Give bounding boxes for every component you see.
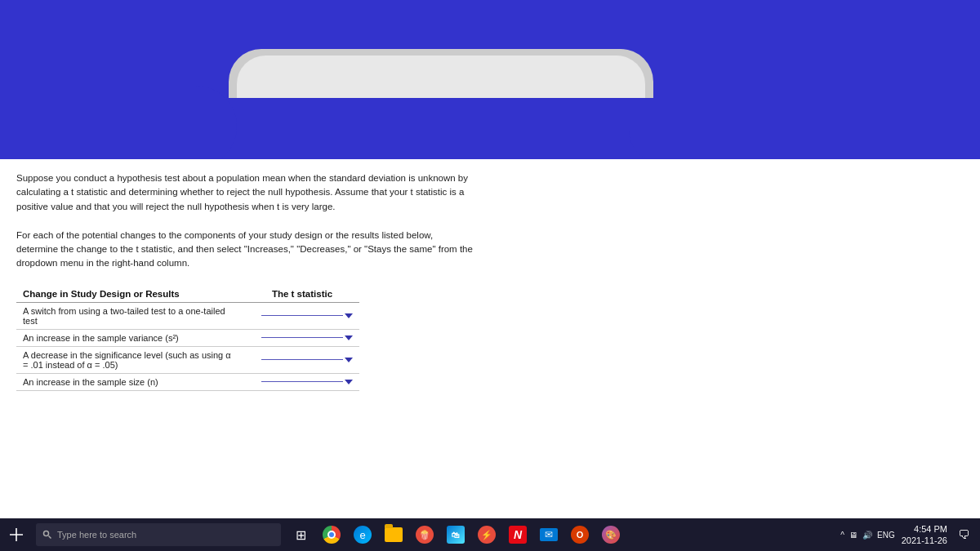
popcorn-icon: 🍿 bbox=[416, 526, 434, 544]
row3-dropdown-line bbox=[261, 359, 343, 360]
row1-dropdown-line bbox=[261, 315, 343, 316]
chrome-icon-button[interactable] bbox=[317, 518, 346, 551]
table-row: An increase in the sample size (n) bbox=[16, 373, 359, 390]
mail-icon: ✉ bbox=[540, 528, 558, 541]
edge-icon-button[interactable]: e bbox=[348, 518, 377, 551]
search-placeholder: Type here to search bbox=[57, 530, 136, 540]
col-header-tstat: The t statistic bbox=[245, 286, 359, 303]
office-icon: O bbox=[571, 526, 589, 544]
clock[interactable]: 4:54 PM 2021-11-26 bbox=[898, 523, 951, 547]
mail-button[interactable]: ✉ bbox=[534, 518, 564, 551]
row2-change: An increase in the sample variance (s²) bbox=[16, 329, 245, 346]
row4-dropdown-cell bbox=[245, 373, 359, 390]
row3-dropdown-arrow[interactable] bbox=[345, 358, 353, 362]
app6-button[interactable]: ⚡ bbox=[472, 518, 501, 551]
lang-label[interactable]: ENG bbox=[877, 531, 895, 540]
row2-dropdown-cell bbox=[245, 329, 359, 346]
notification-button[interactable]: 🗨 bbox=[954, 525, 973, 544]
col-header-change: Change in Study Design or Results bbox=[16, 286, 245, 303]
chevron-up-icon[interactable]: ^ bbox=[840, 531, 844, 540]
search-bar[interactable]: Type here to search bbox=[36, 523, 281, 546]
right-blue-area bbox=[629, 106, 980, 163]
row2-dropdown-arrow[interactable] bbox=[345, 335, 353, 340]
store-icon: 🛍 bbox=[447, 526, 465, 544]
row3-dropdown-cell bbox=[245, 346, 359, 373]
app11-button[interactable]: 🎨 bbox=[596, 518, 626, 551]
netflix-icon: N bbox=[509, 526, 527, 544]
row2-dropdown-line bbox=[261, 337, 343, 338]
start-button[interactable] bbox=[0, 518, 33, 551]
taskbar: Type here to search ⊞ e 🍿 bbox=[0, 518, 980, 551]
ms-store-button[interactable]: 🛍 bbox=[441, 518, 470, 551]
netflix-button[interactable]: N bbox=[503, 518, 532, 551]
intro-paragraph-2: For each of the potential changes to the… bbox=[16, 229, 474, 271]
top-inner-curve bbox=[237, 56, 645, 98]
svg-point-0 bbox=[44, 531, 49, 536]
file-explorer-button[interactable] bbox=[379, 518, 408, 551]
row1-dropdown-arrow[interactable] bbox=[345, 313, 353, 318]
clock-time: 4:54 PM bbox=[914, 523, 947, 535]
search-icon bbox=[42, 530, 52, 540]
app11-icon: 🎨 bbox=[602, 526, 620, 544]
row4-dropdown-arrow[interactable] bbox=[345, 380, 353, 384]
chrome-icon bbox=[323, 526, 341, 544]
table-row: A decrease in the significance level (su… bbox=[16, 346, 359, 373]
clock-date: 2021-11-26 bbox=[902, 535, 947, 546]
row4-change: An increase in the sample size (n) bbox=[16, 373, 245, 390]
svg-line-1 bbox=[49, 536, 51, 539]
popcorn-time-button[interactable]: 🍿 bbox=[410, 518, 439, 551]
network-icon[interactable]: 🖥 bbox=[849, 531, 858, 540]
task-view-icon: ⊞ bbox=[296, 527, 306, 543]
task-view-button[interactable]: ⊞ bbox=[286, 518, 315, 551]
table-row: A switch from using a two-tailed test to… bbox=[16, 302, 359, 329]
windows-icon bbox=[10, 528, 23, 541]
main-content: Suppose you conduct a hypothesis test ab… bbox=[0, 159, 980, 403]
row4-dropdown-line bbox=[261, 381, 343, 382]
folder-icon bbox=[385, 527, 403, 542]
study-table: Change in Study Design or Results The t … bbox=[16, 286, 359, 391]
app6-icon: ⚡ bbox=[478, 526, 496, 544]
office-button[interactable]: O bbox=[565, 518, 595, 551]
notification-icon: 🗨 bbox=[958, 528, 969, 541]
speaker-icon[interactable]: 🔊 bbox=[862, 531, 872, 540]
row3-change: A decrease in the significance level (su… bbox=[16, 346, 245, 373]
edge-icon: e bbox=[354, 526, 372, 544]
taskbar-icons: ⊞ e 🍿 🛍 bbox=[286, 518, 626, 551]
left-blue-blob bbox=[0, 86, 237, 167]
taskbar-right: ^ 🖥 🔊 ENG 4:54 PM 2021-11-26 🗨 bbox=[840, 523, 980, 547]
intro-paragraph-1: Suppose you conduct a hypothesis test ab… bbox=[16, 171, 474, 214]
table-row: An increase in the sample variance (s²) bbox=[16, 329, 359, 346]
row1-change: A switch from using a two-tailed test to… bbox=[16, 302, 245, 329]
row1-dropdown-cell bbox=[245, 302, 359, 329]
system-tray: ^ 🖥 🔊 ENG bbox=[840, 531, 894, 540]
